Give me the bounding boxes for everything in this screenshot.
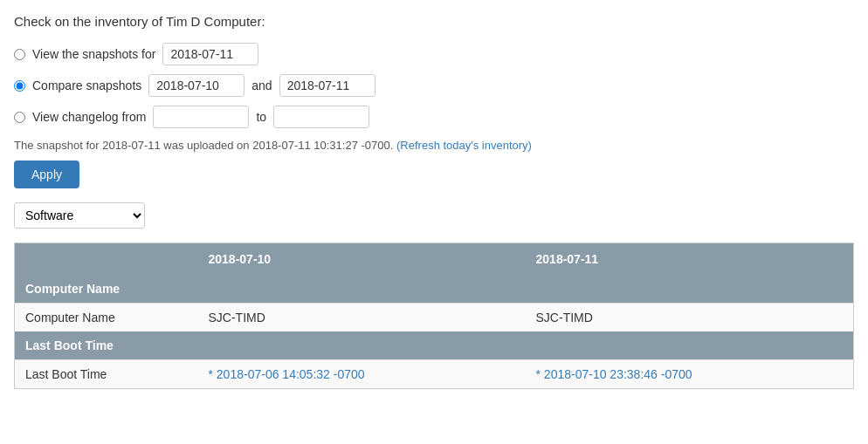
row-label: Last Boot Time	[15, 360, 198, 389]
compare-snapshots-radio[interactable]	[14, 80, 25, 92]
compare-date2-input[interactable]	[279, 74, 375, 97]
section-header-cell: Computer Name	[15, 275, 854, 304]
view-snapshots-date-input[interactable]	[162, 43, 258, 65]
changelog-date1-input[interactable]	[153, 106, 249, 128]
view-changelog-radio[interactable]	[14, 112, 25, 123]
category-select[interactable]: Software Hardware Network	[14, 202, 145, 229]
col2-header: 2018-07-10	[198, 243, 526, 276]
view-changelog-row: View changelog from to	[14, 106, 854, 128]
refresh-link[interactable]: (Refresh today's inventory)	[396, 139, 532, 152]
changelog-date2-input[interactable]	[273, 106, 369, 128]
section-header-row: Computer Name	[15, 275, 854, 304]
view-snapshots-label[interactable]: View the snapshots for	[32, 47, 155, 61]
row-label: Computer Name	[15, 304, 198, 332]
status-text: The snapshot for 2018-07-11 was uploaded…	[14, 139, 854, 152]
dropdown-row: Software Hardware Network	[14, 202, 854, 229]
compare-snapshots-row: Compare snapshots and	[14, 74, 854, 97]
view-snapshots-radio[interactable]	[14, 49, 25, 60]
row-value2: * 2018-07-10 23:38:46 -0700	[526, 360, 854, 389]
section-header-cell: Last Boot Time	[15, 331, 854, 360]
compare-snapshots-label[interactable]: Compare snapshots	[32, 79, 141, 92]
section-header-row: Last Boot Time	[15, 331, 854, 360]
table-header-row: 2018-07-10 2018-07-11	[15, 243, 854, 276]
changelog-to-text: to	[256, 110, 266, 124]
col1-header	[15, 243, 198, 276]
comparison-table: 2018-07-10 2018-07-11 Computer NameCompu…	[14, 242, 854, 389]
compare-date1-input[interactable]	[148, 74, 245, 97]
apply-button[interactable]: Apply	[14, 161, 79, 188]
row-value1: SJC-TIMD	[198, 304, 526, 332]
table-row: Computer NameSJC-TIMDSJC-TIMD	[15, 304, 854, 332]
and-text: and	[251, 79, 272, 92]
table-row: Last Boot Time* 2018-07-06 14:05:32 -070…	[15, 360, 854, 389]
view-changelog-label[interactable]: View changelog from	[32, 110, 146, 124]
col3-header: 2018-07-11	[526, 243, 854, 276]
options-section: View the snapshots for Compare snapshots…	[14, 43, 854, 128]
row-value1: * 2018-07-06 14:05:32 -0700	[198, 360, 526, 389]
page-title: Check on the inventory of Tim D Computer…	[14, 14, 854, 29]
view-snapshots-row: View the snapshots for	[14, 43, 854, 65]
row-value2: SJC-TIMD	[526, 304, 854, 332]
